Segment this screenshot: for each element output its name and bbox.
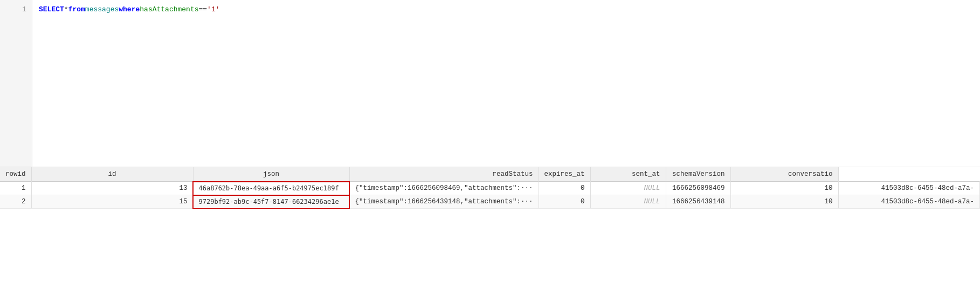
cell-rownum: 1 xyxy=(0,182,31,195)
cell-id: 9729bf92-ab9c-45f7-8147-66234296ae1e xyxy=(193,195,349,209)
cell-sentat: 1666256098469 xyxy=(666,182,730,195)
col-header-json: json xyxy=(193,167,349,182)
col-header-readstatus: readStatus xyxy=(349,167,539,182)
line-number-1: 1 xyxy=(22,4,26,15)
keyword-from: from xyxy=(68,4,85,15)
col-header-schemaversion: schemaVersion xyxy=(666,167,730,182)
cell-schemaversion: 10 xyxy=(730,195,838,209)
field-name: hasAttachments xyxy=(140,4,198,15)
table-name: messages xyxy=(85,4,119,15)
cell-rowid: 13 xyxy=(31,182,193,195)
editor-section: 1 SELECT * from messages where hasAttach… xyxy=(0,0,980,167)
operator: == xyxy=(199,4,208,15)
table-row: 11346a8762b-78ea-49aa-a6f5-b24975ec189f{… xyxy=(0,182,980,195)
cell-expiresat: NULL xyxy=(590,182,666,195)
col-header-id: id xyxy=(31,167,193,182)
table-header-row: rowid id json readStatus expires_at sent… xyxy=(0,167,980,182)
cell-id: 46a8762b-78ea-49aa-a6f5-b24975ec189f xyxy=(193,182,349,195)
table-row: 2159729bf92-ab9c-45f7-8147-66234296ae1e{… xyxy=(0,195,980,209)
keyword-where: where xyxy=(119,4,140,15)
code-area[interactable]: SELECT * from messages where hasAttachme… xyxy=(32,0,980,167)
col-header-conversatio: conversatio xyxy=(730,167,838,182)
string-value: '1' xyxy=(207,4,219,15)
col-header-expiresat: expires_at xyxy=(539,167,590,182)
star-operator: * xyxy=(64,4,68,15)
cell-expiresat: NULL xyxy=(590,195,666,209)
cell-readstatus: 0 xyxy=(539,195,590,209)
code-line-1: SELECT * from messages where hasAttachme… xyxy=(39,4,974,15)
cell-conversatio: 41503d8c-6455-48ed-a7a- xyxy=(838,195,979,209)
cell-rowid: 15 xyxy=(31,195,193,209)
cell-readstatus: 0 xyxy=(539,182,590,195)
results-table: rowid id json readStatus expires_at sent… xyxy=(0,167,980,209)
keyword-select: SELECT xyxy=(39,4,64,15)
cell-json: {"timestamp":1666256439148,"attachments"… xyxy=(349,195,539,209)
line-numbers: 1 xyxy=(0,0,32,167)
cell-rownum: 2 xyxy=(0,195,31,209)
cell-json: {"timestamp":1666256098469,"attachments"… xyxy=(349,182,539,195)
cell-conversatio: 41503d8c-6455-48ed-a7a- xyxy=(838,182,979,195)
results-section: rowid id json readStatus expires_at sent… xyxy=(0,167,980,209)
col-header-rowid: rowid xyxy=(0,167,31,182)
cell-sentat: 1666256439148 xyxy=(666,195,730,209)
cell-schemaversion: 10 xyxy=(730,182,838,195)
col-header-sentat: sent_at xyxy=(590,167,666,182)
